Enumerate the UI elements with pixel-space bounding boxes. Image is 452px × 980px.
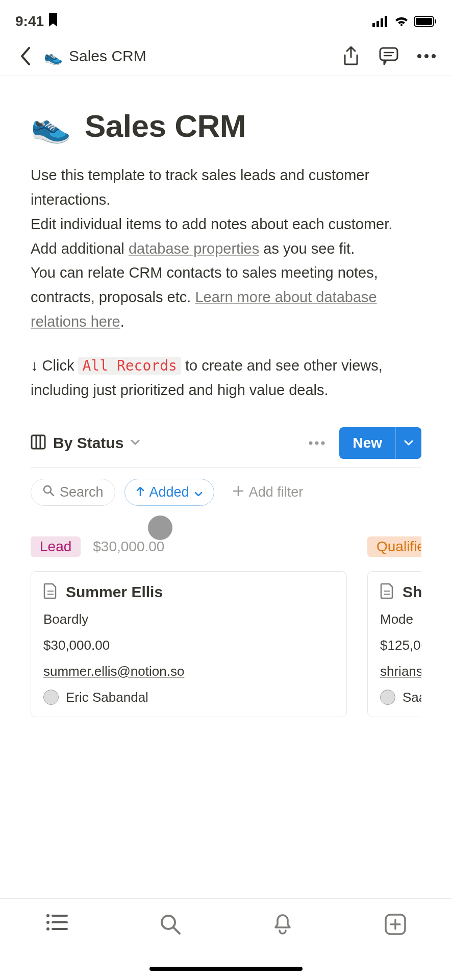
svg-line-20 xyxy=(51,493,54,496)
desc-line-3a: Add additional xyxy=(31,240,129,257)
tab-create-button[interactable] xyxy=(384,913,407,938)
svg-point-33 xyxy=(162,916,175,929)
card-amount: $125,000.00 xyxy=(380,638,421,653)
touch-indicator xyxy=(148,516,172,540)
tab-search-button[interactable] xyxy=(159,913,182,938)
share-button[interactable] xyxy=(341,46,361,66)
bookmark-icon xyxy=(48,13,58,30)
wifi-icon xyxy=(394,16,409,27)
board-card[interactable]: Summer Ellis Boardly $30,000.00 summer.e… xyxy=(31,571,347,717)
page-title[interactable]: Sales CRM xyxy=(85,108,246,144)
page-title-icon[interactable]: 👟 xyxy=(31,107,71,145)
card-email: summer.ellis@notion.so xyxy=(43,664,334,679)
view-bar: By Status New xyxy=(31,427,421,468)
svg-rect-1 xyxy=(376,21,379,27)
new-button-dropdown[interactable] xyxy=(395,427,421,459)
search-pill[interactable]: Search xyxy=(31,479,115,506)
all-records-code: All Records xyxy=(78,357,181,375)
svg-point-18 xyxy=(321,441,325,445)
svg-point-12 xyxy=(432,54,436,58)
page-icon xyxy=(43,583,58,601)
chevron-down-icon xyxy=(194,484,203,500)
column-header[interactable]: Qualified xyxy=(367,536,421,557)
search-icon xyxy=(42,484,55,500)
status-tag-qualified: Qualified xyxy=(367,536,421,557)
card-person: Saatchi B xyxy=(380,690,421,705)
page-hint[interactable]: ↓ Click All Records to create and see ot… xyxy=(31,354,421,403)
avatar xyxy=(43,690,59,705)
board-column-qualified: Qualified Shri Ar Mode $125,000.00 shria… xyxy=(367,536,421,717)
card-title: Summer Ellis xyxy=(66,583,163,601)
board-card[interactable]: Shri Ar Mode $125,000.00 shriansari@no S… xyxy=(367,571,421,717)
svg-point-11 xyxy=(424,54,429,58)
database-properties-link[interactable]: database properties xyxy=(129,240,259,257)
sort-label: Added xyxy=(149,484,189,500)
page-icon xyxy=(380,583,394,601)
svg-rect-6 xyxy=(435,19,436,23)
search-label: Search xyxy=(60,484,104,500)
card-email: shriansari@no xyxy=(380,664,421,679)
back-button[interactable] xyxy=(15,46,36,66)
status-tag-lead: Lead xyxy=(31,536,81,557)
battery-icon xyxy=(414,16,437,27)
home-indicator[interactable] xyxy=(149,967,303,971)
svg-point-10 xyxy=(417,54,421,58)
nav-title: Sales CRM xyxy=(69,47,146,65)
new-button[interactable]: New xyxy=(339,427,421,459)
tab-notifications-button[interactable] xyxy=(272,913,293,938)
svg-rect-5 xyxy=(416,18,432,25)
column-header[interactable]: Lead $30,000.00 xyxy=(31,536,347,557)
view-options-button[interactable] xyxy=(307,433,327,453)
svg-point-29 xyxy=(46,921,49,924)
nav-title-group[interactable]: 👟 Sales CRM xyxy=(44,47,146,65)
status-bar: 9:41 xyxy=(0,0,452,41)
filter-row: Search Added Add filter xyxy=(31,468,421,506)
hint-prefix: ↓ Click xyxy=(31,357,78,374)
comments-button[interactable] xyxy=(379,46,399,66)
svg-point-27 xyxy=(46,914,49,917)
status-time: 9:41 xyxy=(15,13,44,30)
nav-header: 👟 Sales CRM xyxy=(0,41,452,76)
card-person-name: Eric Sabandal xyxy=(66,690,148,705)
bottom-tab-bar xyxy=(0,898,452,980)
more-button[interactable] xyxy=(416,46,437,66)
svg-rect-13 xyxy=(32,435,45,449)
desc-line-4b: . xyxy=(120,313,124,330)
page-content: 👟 Sales CRM Use this template to track s… xyxy=(0,76,452,717)
view-name: By Status xyxy=(53,434,123,452)
board-view-icon xyxy=(31,434,46,452)
card-amount: $30,000.00 xyxy=(43,638,334,653)
page-description[interactable]: Use this template to track sales leads a… xyxy=(31,163,421,334)
desc-line-3b: as you see fit. xyxy=(259,240,355,257)
add-filter-label: Add filter xyxy=(249,484,304,500)
plus-icon xyxy=(233,484,244,500)
view-selector[interactable]: By Status xyxy=(31,434,140,452)
arrow-up-icon xyxy=(136,484,144,500)
card-person-name: Saatchi B xyxy=(403,690,421,705)
card-person: Eric Sabandal xyxy=(43,690,334,705)
svg-point-17 xyxy=(315,441,319,445)
svg-rect-2 xyxy=(381,18,383,27)
new-button-label: New xyxy=(339,435,395,451)
page-icon: 👟 xyxy=(44,47,63,65)
board[interactable]: Lead $30,000.00 Summer Ellis Boardly $30… xyxy=(31,536,421,717)
svg-rect-3 xyxy=(385,16,387,27)
svg-point-31 xyxy=(46,927,49,930)
desc-line-2: Edit individual items to add notes about… xyxy=(31,216,392,232)
column-sum: $30,000.00 xyxy=(93,538,164,555)
sort-pill[interactable]: Added xyxy=(124,479,214,506)
cellular-signal-icon xyxy=(372,16,389,27)
card-title: Shri Ar xyxy=(403,583,421,601)
tab-list-button[interactable] xyxy=(45,913,68,934)
card-company: Mode xyxy=(380,611,421,627)
board-column-lead: Lead $30,000.00 Summer Ellis Boardly $30… xyxy=(31,536,347,717)
desc-line-1: Use this template to track sales leads a… xyxy=(31,167,369,208)
card-company: Boardly xyxy=(43,611,334,627)
chevron-down-icon xyxy=(131,438,140,448)
svg-point-19 xyxy=(44,486,51,493)
svg-rect-7 xyxy=(380,48,397,60)
svg-line-34 xyxy=(174,928,180,934)
add-filter-button[interactable]: Add filter xyxy=(223,484,304,500)
svg-rect-0 xyxy=(372,23,375,27)
svg-point-16 xyxy=(309,441,313,445)
